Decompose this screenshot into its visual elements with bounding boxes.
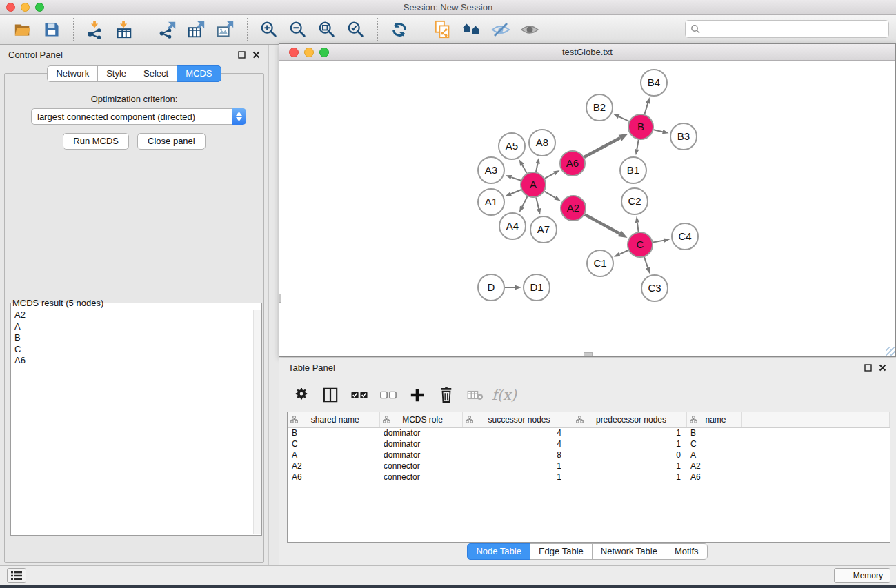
table-cell[interactable]: C <box>288 438 379 449</box>
graph-edge[interactable] <box>653 241 664 243</box>
table-cell[interactable]: 1 <box>573 460 686 472</box>
zoom-selected-icon[interactable] <box>345 19 367 41</box>
table-cell[interactable]: 1 <box>573 438 686 449</box>
import-table-icon[interactable] <box>113 19 135 41</box>
deselect-all-icon[interactable] <box>379 386 397 404</box>
export-image-icon[interactable] <box>215 19 237 41</box>
first-neighbors-icon[interactable] <box>461 19 483 41</box>
export-table-icon[interactable] <box>186 19 208 41</box>
table-cell[interactable]: dominator <box>379 438 462 449</box>
task-history-button[interactable] <box>7 568 26 583</box>
column-header[interactable]: MCDS role <box>379 412 462 427</box>
float-panel-icon[interactable] <box>864 364 872 372</box>
table-row[interactable]: Adominator80A <box>288 449 890 460</box>
export-network-icon[interactable] <box>157 19 179 41</box>
delete-column-icon[interactable] <box>437 386 455 404</box>
table-cell[interactable]: 4 <box>462 427 573 438</box>
close-panel-icon[interactable] <box>252 51 260 59</box>
table-cell[interactable]: A2 <box>686 460 741 472</box>
table-cell[interactable]: B <box>288 427 379 438</box>
table-cell[interactable]: connector <box>379 472 462 483</box>
show-all-icon[interactable] <box>519 19 541 41</box>
graph-edge[interactable] <box>637 140 638 150</box>
window-resize-grip[interactable] <box>886 347 895 356</box>
column-header[interactable]: name <box>686 412 741 427</box>
zoom-out-icon[interactable] <box>287 19 309 41</box>
vertical-scrollbar-thumb[interactable] <box>279 294 281 303</box>
table-cell[interactable]: 1 <box>573 472 686 483</box>
minimize-window-button[interactable] <box>21 3 30 12</box>
table-cell[interactable]: dominator <box>379 449 462 460</box>
mcds-result-item[interactable]: B <box>12 332 252 344</box>
mcds-result-item[interactable]: A <box>12 321 252 333</box>
graph-edge[interactable] <box>511 177 521 181</box>
tab-network-table[interactable]: Network Table <box>592 543 666 560</box>
float-panel-icon[interactable] <box>238 51 246 59</box>
table-row[interactable]: Cdominator41C <box>288 438 890 449</box>
graph-edge[interactable] <box>536 198 539 209</box>
table-cell[interactable]: A <box>288 449 379 460</box>
tab-network[interactable]: Network <box>47 65 98 82</box>
network-minimize-button[interactable] <box>304 48 314 57</box>
table-cell[interactable]: C <box>686 438 741 449</box>
table-cell[interactable]: A2 <box>288 460 379 472</box>
table-cell[interactable]: dominator <box>379 427 462 438</box>
new-network-from-selection-icon[interactable] <box>432 19 454 41</box>
table-row[interactable]: Bdominator41B <box>288 427 890 438</box>
graph-edge[interactable] <box>545 173 555 179</box>
graph-edge[interactable] <box>584 138 620 157</box>
search-field[interactable] <box>685 20 889 38</box>
graph-edge[interactable] <box>644 257 648 268</box>
graph-edge[interactable] <box>654 130 663 132</box>
zoom-in-icon[interactable] <box>258 19 280 41</box>
table-settings-icon[interactable] <box>292 386 310 404</box>
select-all-icon[interactable] <box>350 386 368 404</box>
open-file-icon[interactable] <box>12 19 34 41</box>
run-mcds-button[interactable]: Run MCDS <box>63 133 129 150</box>
column-browser-icon[interactable] <box>321 386 339 404</box>
table-cell[interactable]: connector <box>379 460 462 472</box>
graph-edge[interactable] <box>585 214 619 234</box>
horizontal-scrollbar-thumb[interactable] <box>584 352 593 356</box>
add-column-icon[interactable] <box>408 386 426 404</box>
tab-edge-table[interactable]: Edge Table <box>530 543 593 560</box>
network-close-button[interactable] <box>289 48 299 57</box>
zoom-fit-icon[interactable] <box>316 19 338 41</box>
graph-edge[interactable] <box>536 163 538 172</box>
mcds-result-item[interactable]: A2 <box>12 310 252 321</box>
search-input[interactable] <box>703 24 888 34</box>
table-cell[interactable]: B <box>686 427 741 438</box>
mcds-result-item[interactable]: A6 <box>12 355 252 367</box>
table-cell[interactable]: 8 <box>462 449 573 460</box>
memory-button[interactable]: Memory <box>834 568 890 583</box>
mcds-result-scrollbar[interactable] <box>253 310 261 534</box>
refresh-layout-icon[interactable] <box>388 19 410 41</box>
column-header[interactable]: successor nodes <box>462 412 573 427</box>
close-panel-icon[interactable] <box>879 364 886 372</box>
graph-edge[interactable] <box>637 223 639 232</box>
network-window-titlebar[interactable]: testGlobe.txt <box>279 44 895 61</box>
zoom-window-button[interactable] <box>35 3 44 12</box>
criterion-dropdown[interactable]: largest connected component (directed) <box>31 108 246 125</box>
import-network-icon[interactable] <box>84 19 106 41</box>
graph-edge[interactable] <box>644 103 648 114</box>
graph-edge[interactable] <box>522 196 528 207</box>
table-row[interactable]: A6connector11A6 <box>288 472 890 483</box>
graph-edge[interactable] <box>511 190 521 194</box>
table-cell[interactable]: 1 <box>462 460 573 472</box>
table-cell[interactable]: 1 <box>462 472 573 483</box>
graph-edge[interactable] <box>619 250 628 254</box>
table-cell[interactable]: 0 <box>573 449 686 460</box>
tab-mcds[interactable]: MCDS <box>177 65 221 82</box>
tab-style[interactable]: Style <box>97 65 135 82</box>
graph-edge[interactable] <box>522 165 527 173</box>
table-cell[interactable]: A6 <box>686 472 741 483</box>
tab-select[interactable]: Select <box>135 65 177 82</box>
table-cell[interactable]: A <box>686 449 741 460</box>
mcds-result-item[interactable]: C <box>12 344 252 356</box>
graph-edge[interactable] <box>544 192 555 198</box>
network-zoom-button[interactable] <box>319 48 329 57</box>
column-header[interactable]: shared name <box>288 412 379 427</box>
hide-selected-icon[interactable] <box>490 19 512 41</box>
save-session-icon[interactable] <box>41 19 63 41</box>
